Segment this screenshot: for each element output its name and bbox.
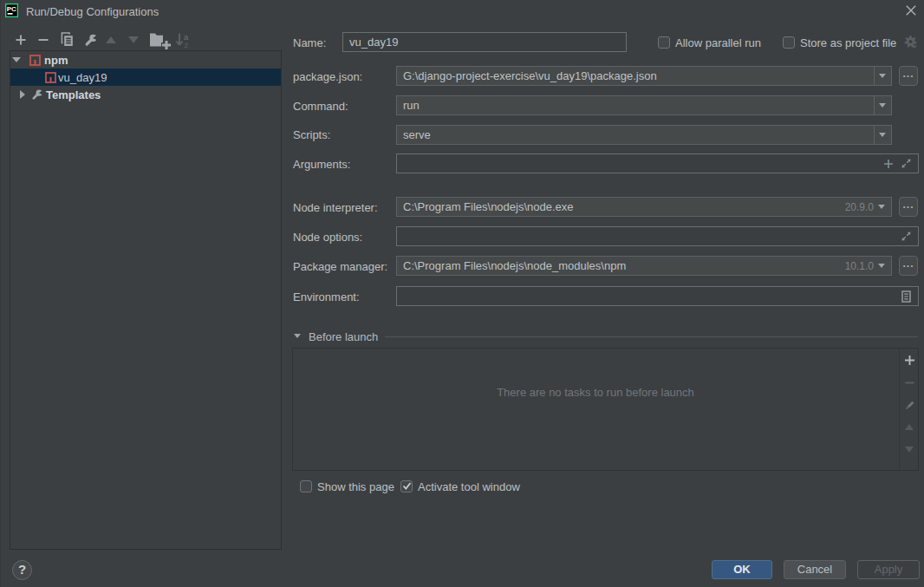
svg-text:z: z [185,40,189,49]
svg-text:PC: PC [7,5,16,13]
